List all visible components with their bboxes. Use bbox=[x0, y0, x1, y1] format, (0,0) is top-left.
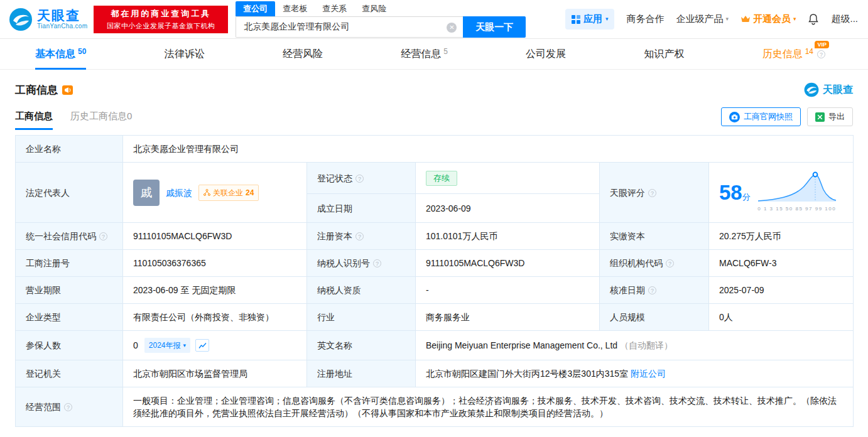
tab-count: 5 bbox=[443, 47, 448, 56]
trend-chart-button[interactable] bbox=[195, 339, 209, 352]
value-taxpayer-no: 91110105MACLQ6FW3D bbox=[416, 250, 600, 277]
help-icon[interactable] bbox=[648, 286, 656, 294]
value-taxpayer-quality: - bbox=[416, 277, 600, 304]
value-credit-code: 91110105MACLQ6FW3D bbox=[123, 223, 307, 250]
label-staff-size: 人员规模 bbox=[600, 304, 709, 331]
help-icon[interactable] bbox=[666, 259, 674, 267]
annual-report-badge[interactable]: 2024年报 ▾ bbox=[144, 338, 190, 353]
tab-operating-risk[interactable]: 经营风险 bbox=[283, 39, 323, 69]
score-axis-labels: 0 1 3 15 50 85 97 99 100 bbox=[757, 203, 837, 215]
announce-icon[interactable] bbox=[62, 85, 73, 95]
tab-operating-info[interactable]: 经营信息5 bbox=[401, 39, 448, 69]
label-reg-no: 工商注册号 bbox=[16, 250, 123, 277]
value-company-name: 北京美愿企业管理有限公司 bbox=[123, 136, 854, 163]
search-button[interactable]: 天眼一下 bbox=[463, 16, 526, 38]
value-industry: 商务服务业 bbox=[416, 304, 600, 331]
label-industry: 行业 bbox=[307, 304, 416, 331]
nav-business-cooperation[interactable]: 商务合作 bbox=[626, 13, 664, 25]
table-row: 经营范围 一般项目：企业管理；企业管理咨询；信息咨询服务（不含许可类信息咨询服务… bbox=[16, 387, 854, 427]
table-row: 登记机关 北京市朝阳区市场监督管理局 注册地址 北京市朝阳区建国门外大街丙12号… bbox=[16, 360, 854, 387]
apps-menu[interactable]: 应用 ▾ bbox=[565, 9, 615, 30]
network-icon bbox=[203, 189, 210, 196]
brand-logo-icon bbox=[804, 82, 819, 97]
legal-rep-name-link[interactable]: 戚振波 bbox=[166, 186, 192, 199]
tab-basic-info[interactable]: 基本信息50 bbox=[35, 39, 86, 69]
tab-intellectual-property[interactable]: 知识产权 bbox=[644, 39, 684, 69]
tab-count: 50 bbox=[78, 47, 86, 56]
legal-rep-avatar[interactable]: 戚 bbox=[133, 180, 160, 206]
tianyancha-logo[interactable]: 天眼查 TianYanCha.com bbox=[9, 8, 87, 31]
business-info-table: 企业名称 北京美愿企业管理有限公司 法定代表人 戚 戚振波 关联企业 bbox=[15, 135, 854, 427]
search-tab-company[interactable]: 查公司 bbox=[236, 1, 275, 16]
label-reg-authority: 登记机关 bbox=[16, 360, 123, 387]
subtab-business-info[interactable]: 工商信息 bbox=[15, 111, 53, 130]
search-tab-risk[interactable]: 查风险 bbox=[354, 1, 394, 16]
label-company-name: 企业名称 bbox=[16, 136, 123, 163]
nav-enterprise-products[interactable]: 企业级产品 ▾ bbox=[676, 13, 729, 25]
help-icon[interactable] bbox=[355, 232, 364, 240]
value-business-scope: 一般项目：企业管理；企业管理咨询；信息咨询服务（不含许可类信息咨询服务）；社会经… bbox=[123, 387, 854, 427]
search-tabs: 查公司 查老板 查关系 查风险 bbox=[236, 2, 526, 16]
table-row: 企业名称 北京美愿企业管理有限公司 bbox=[16, 136, 854, 163]
tab-company-development[interactable]: 公司发展 bbox=[526, 39, 566, 69]
subtab-history-business-info[interactable]: 历史工商信息0 bbox=[70, 111, 132, 130]
value-reg-status: 存续 bbox=[416, 163, 600, 194]
label-business-scope: 经营范围 bbox=[16, 387, 123, 427]
search-tab-relation[interactable]: 查关系 bbox=[315, 1, 354, 16]
label-english-name: 英文名称 bbox=[307, 331, 416, 360]
top-header: 天眼查 TianYanCha.com 都在用的商业查询工具 国家中小企业发展子基… bbox=[0, 0, 868, 39]
search-input[interactable] bbox=[236, 17, 463, 37]
label-establish-date: 成立日期 bbox=[307, 194, 416, 223]
table-row: 企业类型 有限责任公司（外商投资、非独资） 行业 商务服务业 人员规模 0人 bbox=[16, 304, 854, 331]
label-paid-capital: 实缴资本 bbox=[600, 223, 709, 250]
notification-bell-icon[interactable] bbox=[808, 13, 819, 25]
label-business-term: 营业期限 bbox=[16, 277, 123, 304]
excel-icon bbox=[815, 112, 825, 122]
promo-badge: 都在用的商业查询工具 国家中小企业发展子基金旗下机构 bbox=[94, 6, 228, 33]
search-tab-boss[interactable]: 查老板 bbox=[275, 1, 315, 16]
related-count: 24 bbox=[246, 186, 254, 199]
caret-down-icon: ▾ bbox=[183, 343, 187, 348]
nearby-companies-link[interactable]: 附近公司 bbox=[631, 369, 666, 379]
export-button[interactable]: 导出 bbox=[807, 107, 853, 126]
score-number: 58分 bbox=[719, 181, 751, 204]
logo-title: 天眼查 bbox=[37, 9, 87, 23]
value-score: 58分 0 1 3 15 50 85 97 99 100 bbox=[709, 163, 854, 223]
table-row: 参保人数 0 2024年报 ▾ bbox=[16, 331, 854, 360]
value-reg-authority: 北京市朝阳区市场监督管理局 bbox=[123, 360, 307, 387]
status-badge: 存续 bbox=[426, 171, 457, 186]
camera-icon bbox=[729, 112, 740, 122]
grid-icon bbox=[572, 15, 580, 24]
value-english-name: Beijing Meiyuan Enterprise Management Co… bbox=[416, 331, 854, 360]
nav-open-vip[interactable]: 开通会员 ▾ bbox=[741, 13, 796, 25]
tab-history-info[interactable]: 历史信息14 VIP bbox=[762, 39, 839, 69]
table-row: 营业期限 2023-06-09 至 无固定期限 纳税人资质 - 核准日期 202… bbox=[16, 277, 854, 304]
caret-down-icon: ▾ bbox=[605, 16, 609, 22]
subtab-row: 工商信息 历史工商信息0 工商官网快照 导出 bbox=[15, 107, 853, 130]
label-reg-capital: 注册资本 bbox=[307, 223, 416, 250]
help-icon[interactable] bbox=[99, 232, 107, 240]
score-distribution-chart: 0 1 3 15 50 85 97 99 100 bbox=[757, 170, 837, 215]
caret-down-icon: ▾ bbox=[725, 16, 729, 22]
help-icon[interactable] bbox=[648, 189, 656, 197]
help-icon[interactable] bbox=[355, 175, 364, 183]
user-menu[interactable]: 超级... bbox=[831, 13, 858, 25]
help-icon[interactable] bbox=[373, 259, 381, 267]
crown-icon bbox=[741, 15, 751, 23]
table-row: 法定代表人 戚 戚振波 关联企业 24 bbox=[16, 163, 854, 194]
official-snapshot-button[interactable]: 工商官网快照 bbox=[721, 107, 801, 126]
search-block: 查公司 查老板 查关系 查风险 ✕ 天眼一下 bbox=[236, 1, 526, 38]
related-companies-badge[interactable]: 关联企业 24 bbox=[198, 185, 259, 201]
label-org-code: 组织机构代码 bbox=[600, 250, 709, 277]
tab-legal-proceedings[interactable]: 法律诉讼 bbox=[165, 39, 205, 69]
label-credit-code: 统一社会信用代码 bbox=[16, 223, 123, 250]
section-title: 工商信息 bbox=[15, 83, 58, 97]
help-icon[interactable] bbox=[64, 403, 72, 411]
value-establish-date: 2023-06-09 bbox=[416, 194, 600, 223]
help-icon[interactable] bbox=[817, 50, 825, 58]
value-staff-size: 0人 bbox=[709, 304, 854, 331]
page: 天眼查 TianYanCha.com 都在用的商业查询工具 国家中小企业发展子基… bbox=[0, 0, 868, 427]
label-taxpayer-quality: 纳税人资质 bbox=[307, 277, 416, 304]
label-insured-count: 参保人数 bbox=[16, 331, 123, 360]
vip-badge: VIP bbox=[815, 41, 829, 48]
